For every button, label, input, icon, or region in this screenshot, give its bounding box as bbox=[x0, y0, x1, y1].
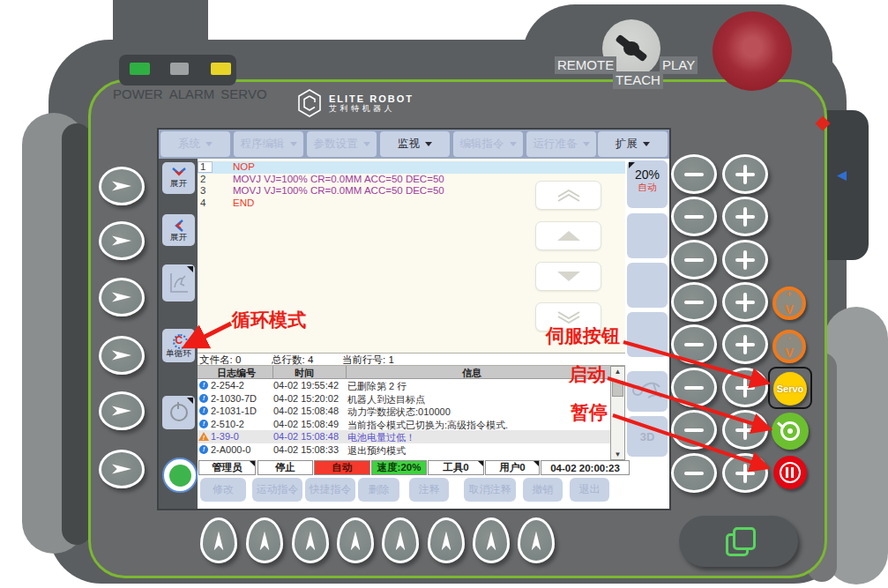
plus-icon bbox=[735, 335, 755, 354]
menu-system[interactable]: 系统 bbox=[160, 131, 230, 157]
jog-minus-1[interactable] bbox=[671, 154, 717, 194]
menu-program-edit[interactable]: 程序编辑 bbox=[234, 131, 303, 157]
led-labels: POWER ALARM SERVO bbox=[113, 86, 263, 101]
left-key-2[interactable] bbox=[99, 221, 145, 260]
brand-logo: ELITE ROBOT 艾利特机器人 bbox=[296, 87, 420, 119]
scrollbar-up-icon[interactable]: ▲ bbox=[611, 368, 624, 376]
log-row[interactable]: 2-510-204-02 15:08:49当前指令模式已切换为:高级指令模式. bbox=[198, 418, 610, 431]
speed-up-button[interactable]: + V bbox=[772, 287, 806, 320]
jog-plus-7[interactable] bbox=[722, 410, 768, 450]
pause-button[interactable] bbox=[773, 456, 807, 489]
blank-side-button-1[interactable] bbox=[627, 213, 668, 258]
bottom-key-4[interactable] bbox=[337, 517, 374, 563]
exit-button[interactable]: 退出 bbox=[570, 478, 609, 502]
window-switch-button[interactable] bbox=[679, 516, 798, 567]
log-row-warning[interactable]: 1-39-004-02 15:08:48电池电量过低！ bbox=[198, 430, 610, 443]
jog-plus-4[interactable] bbox=[722, 282, 768, 322]
log-row[interactable]: 2-1030-7D04-02 15:20:02机器人到达目标点 bbox=[198, 392, 610, 406]
jog-minus-5[interactable] bbox=[671, 324, 717, 364]
jog-plus-3[interactable] bbox=[722, 240, 768, 279]
speed-down-button[interactable]: - V bbox=[772, 330, 806, 363]
bottom-key-1[interactable] bbox=[200, 517, 237, 563]
minus-icon bbox=[684, 258, 704, 262]
speed-mode-button[interactable]: 20% 自动 bbox=[627, 160, 668, 208]
menu-monitor[interactable]: 监视 bbox=[380, 131, 450, 157]
expand-left-label: 展开 bbox=[170, 233, 187, 242]
left-key-6[interactable] bbox=[99, 450, 145, 488]
jog-robot-button[interactable] bbox=[627, 371, 668, 412]
jog-plus-5[interactable] bbox=[722, 324, 768, 364]
left-key-3[interactable] bbox=[99, 278, 145, 316]
blank-side-button-2[interactable] bbox=[627, 263, 668, 308]
blank-side-button-3[interactable] bbox=[627, 312, 668, 357]
expand-left-button[interactable]: 展开 bbox=[162, 214, 195, 246]
jog-minus-3[interactable] bbox=[671, 240, 717, 279]
tool-chip[interactable]: 工具0 bbox=[428, 460, 484, 475]
jog-minus-4[interactable] bbox=[671, 282, 717, 322]
bottom-key-5[interactable] bbox=[382, 517, 419, 563]
quick-command-button[interactable]: 快捷指令 bbox=[305, 478, 355, 502]
scroll-down-button[interactable] bbox=[535, 262, 601, 291]
single-cycle-button[interactable]: C 单循环 bbox=[162, 329, 195, 362]
log-row[interactable]: 2-1031-1D04-02 15:08:48动力学数据状态:010000 bbox=[198, 405, 610, 418]
program-line[interactable]: MOVJ VJ=100% CR=0.0MM ACC=50 DEC=50 bbox=[233, 174, 444, 186]
left-key-1[interactable] bbox=[99, 167, 145, 205]
log-row[interactable]: 2-254-204-02 19:55:42已删除第 2 行 bbox=[198, 379, 610, 392]
log-scrollbar[interactable]: ▲ ▼ bbox=[610, 366, 625, 460]
corner-mark bbox=[534, 461, 539, 466]
bottom-key-8[interactable] bbox=[518, 517, 555, 563]
power-led bbox=[130, 63, 150, 75]
start-button[interactable] bbox=[772, 413, 809, 450]
jog-plus-6[interactable] bbox=[722, 368, 768, 407]
left-key-5[interactable] bbox=[99, 391, 145, 430]
jog-minus-8[interactable] bbox=[671, 453, 717, 493]
log-header-time: 时间 bbox=[295, 367, 314, 380]
motion-command-button[interactable]: 运动指令 bbox=[252, 478, 302, 502]
servo-button[interactable]: Servo bbox=[773, 372, 807, 406]
robot-pose-button[interactable] bbox=[162, 264, 195, 301]
program-line[interactable]: MOVJ VJ=100% CR=0.0MM ACC=50 DEC=50 bbox=[233, 185, 444, 197]
undo-button[interactable]: 撤销 bbox=[523, 478, 563, 502]
scroll-up-button[interactable] bbox=[535, 221, 601, 250]
jog-minus-7[interactable] bbox=[671, 410, 717, 450]
user-frame-chip[interactable]: 用户0 bbox=[485, 460, 540, 475]
scrollbar-down-icon[interactable]: ▼ bbox=[611, 450, 624, 458]
uncomment-button[interactable]: 取消注释 bbox=[464, 478, 516, 502]
expand-down-button[interactable]: 展开 bbox=[162, 162, 195, 194]
run-indicator-button[interactable] bbox=[162, 458, 198, 493]
user-level-chip[interactable]: 管理员 bbox=[198, 460, 256, 475]
jog-minus-2[interactable] bbox=[671, 197, 717, 236]
menu-parameter[interactable]: 参数设置 bbox=[307, 131, 377, 157]
log-row[interactable]: 2-A000-004-02 15:08:33退出预约模式 bbox=[198, 443, 610, 457]
power-tool-button[interactable] bbox=[162, 396, 195, 429]
bottom-key-6[interactable] bbox=[428, 517, 465, 563]
comment-button[interactable]: 注释 bbox=[409, 478, 449, 502]
up-arrow-icon bbox=[529, 531, 544, 550]
delete-button[interactable]: 删除 bbox=[358, 478, 399, 502]
program-line[interactable]: NOP bbox=[233, 161, 255, 174]
jog-minus-6[interactable] bbox=[671, 368, 717, 407]
jog-plus-1[interactable] bbox=[722, 154, 768, 194]
scrollbar-thumb[interactable] bbox=[612, 381, 623, 397]
bottom-key-3[interactable] bbox=[292, 517, 329, 563]
line-number: 4 bbox=[200, 197, 205, 210]
plus-icon bbox=[735, 207, 755, 227]
left-key-4[interactable] bbox=[99, 336, 145, 375]
menu-extend[interactable]: 扩展 bbox=[598, 131, 668, 157]
menu-run-prepare[interactable]: 运行准备 bbox=[526, 131, 596, 157]
datetime-chip: 04-02 20:00:23 bbox=[541, 460, 630, 475]
scroll-page-up-button[interactable] bbox=[535, 181, 601, 210]
jog-plus-8[interactable] bbox=[722, 453, 768, 493]
modify-button[interactable]: 修改 bbox=[200, 478, 246, 502]
jog-plus-2[interactable] bbox=[722, 197, 768, 236]
total-lines-status: 总行数: 4 bbox=[272, 354, 313, 367]
up-arrow-icon bbox=[303, 531, 318, 550]
3d-view-button[interactable]: 3D bbox=[627, 416, 668, 457]
corner-mark bbox=[629, 162, 635, 168]
program-line[interactable]: END bbox=[233, 197, 254, 210]
brand-name-en: ELITE ROBOT bbox=[329, 93, 414, 105]
menu-edit-command[interactable]: 编辑指令 bbox=[453, 131, 523, 157]
bottom-key-2[interactable] bbox=[246, 517, 283, 563]
bottom-key-7[interactable] bbox=[473, 517, 510, 563]
emergency-stop-button[interactable] bbox=[713, 11, 792, 91]
